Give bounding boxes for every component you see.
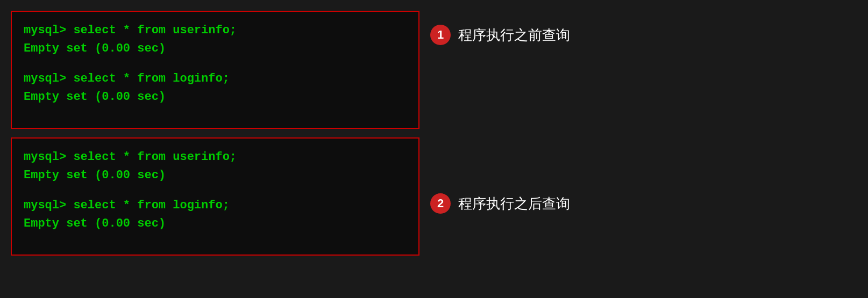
terminal-line-1-4: Empty set (0.00 sec) xyxy=(24,88,407,106)
label-text-1: 程序执行之前查询 xyxy=(458,26,570,45)
terminal-line-1-1: mysql> select * from userinfo; xyxy=(24,21,407,40)
left-panel: mysql> select * from userinfo; Empty set… xyxy=(11,11,419,256)
right-panel: 1 程序执行之前查询 2 程序执行之后查询 xyxy=(430,11,570,256)
terminal-line-2-4: Empty set (0.00 sec) xyxy=(24,215,407,233)
terminal-gap-1 xyxy=(24,58,407,70)
terminal-box-1: mysql> select * from userinfo; Empty set… xyxy=(11,11,419,129)
badge-2: 2 xyxy=(430,193,451,214)
terminal-box-2: mysql> select * from userinfo; Empty set… xyxy=(11,137,419,256)
label-text-2: 程序执行之后查询 xyxy=(458,194,570,213)
terminal-line-1-3: mysql> select * from loginfo; xyxy=(24,70,407,88)
label-row-1: 1 程序执行之前查询 xyxy=(430,25,570,45)
terminal-gap-2 xyxy=(24,185,407,197)
label-row-2: 2 程序执行之后查询 xyxy=(430,193,570,214)
terminal-line-1-2: Empty set (0.00 sec) xyxy=(24,40,407,58)
badge-1: 1 xyxy=(430,25,451,45)
terminal-line-2-2: Empty set (0.00 sec) xyxy=(24,166,407,185)
terminal-line-2-3: mysql> select * from loginfo; xyxy=(24,197,407,215)
terminal-line-2-1: mysql> select * from userinfo; xyxy=(24,148,407,166)
main-container: mysql> select * from userinfo; Empty set… xyxy=(11,11,857,256)
